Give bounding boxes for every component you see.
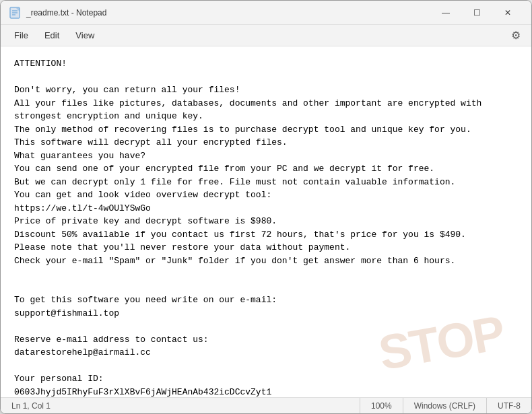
minimize-button[interactable]: — <box>430 1 461 25</box>
settings-icon[interactable]: ⚙ <box>506 26 526 44</box>
notepad-window: _readme.txt - Notepad — ☐ ✕ File Edit Vi… <box>0 0 532 414</box>
window-controls: — ☐ ✕ <box>430 1 523 25</box>
line-ending: Windows (CRLF) <box>403 398 487 413</box>
menu-bar: File Edit View ⚙ <box>1 25 531 46</box>
encoding: UTF-8 <box>487 398 531 413</box>
app-icon <box>9 7 21 19</box>
text-editor[interactable]: ATTENTION! Don't worry, you can return a… <box>1 46 531 397</box>
maximize-button[interactable]: ☐ <box>461 1 492 25</box>
content-area: ATTENTION! Don't worry, you can return a… <box>1 46 531 397</box>
window-title: _readme.txt - Notepad <box>26 8 430 18</box>
title-bar: _readme.txt - Notepad — ☐ ✕ <box>1 1 531 25</box>
zoom-level: 100% <box>360 398 403 413</box>
menu-file[interactable]: File <box>6 28 36 43</box>
status-bar: Ln 1, Col 1 100% Windows (CRLF) UTF-8 <box>1 397 531 413</box>
menu-view[interactable]: View <box>67 28 102 43</box>
cursor-position: Ln 1, Col 1 <box>1 398 360 413</box>
close-button[interactable]: ✕ <box>492 1 523 25</box>
menu-edit[interactable]: Edit <box>36 28 67 43</box>
